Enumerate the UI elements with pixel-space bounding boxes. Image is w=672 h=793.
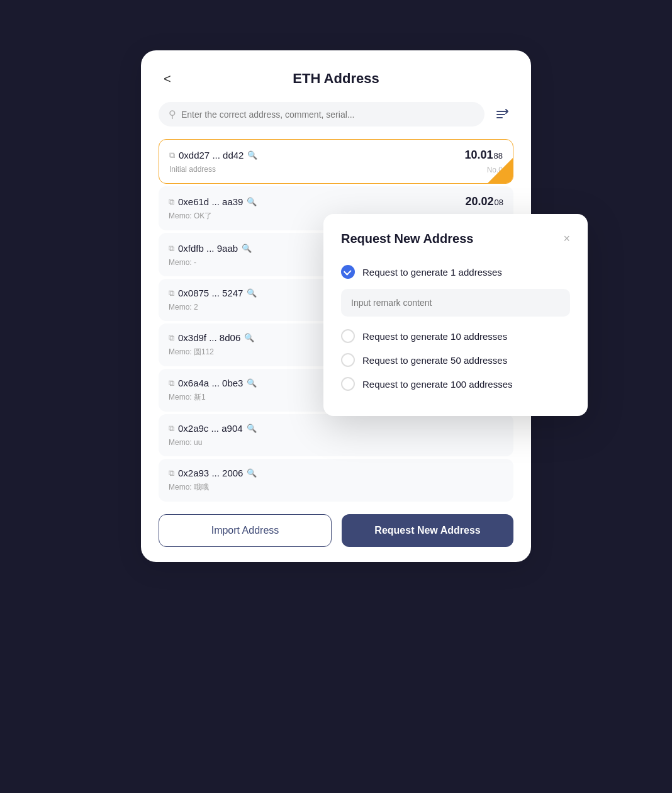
addr-left-4: ⧉ 0x3d9f ... 8d06 🔍 (169, 332, 254, 343)
memo-2: Memo: - (169, 258, 196, 267)
modal-overlay: Request New Address × Request to generat… (323, 214, 588, 416)
copy-icon-3[interactable]: ⧉ (169, 288, 174, 298)
search-addr-icon-6[interactable]: 🔍 (247, 424, 257, 433)
memo-3: Memo: 2 (169, 303, 198, 312)
modal-close-button[interactable]: × (563, 232, 570, 245)
address-item-0[interactable]: ⧉ 0xdd27 ... dd42 🔍 10.01 88 Initial add… (159, 139, 513, 184)
request-new-address-button[interactable]: Request New Address (342, 514, 513, 547)
search-addr-icon-5[interactable]: 🔍 (247, 378, 257, 388)
addr-left-7: ⧉ 0x2a93 ... 2006 🔍 (169, 468, 257, 478)
bottom-buttons: Import Address Request New Address (159, 514, 513, 547)
search-addr-icon-2[interactable]: 🔍 (242, 244, 252, 253)
addr-text-7: 0x2a93 ... 2006 (178, 468, 243, 478)
option-label-3: Request to generate 100 addresses (362, 379, 513, 390)
memo-6: Memo: uu (169, 438, 202, 447)
addr-text-4: 0x3d9f ... 8d06 (178, 332, 240, 343)
copy-icon-5[interactable]: ⧉ (169, 378, 174, 388)
search-icon: ⚲ (169, 108, 176, 120)
search-addr-icon-3[interactable]: 🔍 (247, 288, 257, 298)
search-addr-icon-4[interactable]: 🔍 (244, 333, 254, 342)
modal-option-2[interactable]: Request to generate 50 addresses (341, 348, 570, 372)
page-title: ETH Address (293, 70, 379, 87)
addr-left-1: ⧉ 0xe61d ... aa39 🔍 (169, 196, 257, 207)
modal-option-1[interactable]: Request to generate 10 addresses (341, 324, 570, 348)
modal-option-3[interactable]: Request to generate 100 addresses (341, 372, 570, 396)
balance-sub-1: 08 (495, 198, 503, 207)
copy-icon-0[interactable]: ⧉ (169, 150, 175, 160)
radio-2 (341, 353, 355, 367)
addr-text-5: 0x6a4a ... 0be3 (178, 378, 243, 388)
copy-icon-4[interactable]: ⧉ (169, 333, 174, 343)
modal-header: Request New Address × (341, 232, 570, 246)
memo-4: Memo: 圆112 (169, 347, 214, 356)
import-address-button[interactable]: Import Address (159, 514, 332, 547)
radio-3 (341, 377, 355, 391)
request-new-address-modal: Request New Address × Request to generat… (323, 214, 588, 416)
copy-icon-6[interactable]: ⧉ (169, 424, 174, 434)
addr-text-1: 0xe61d ... aa39 (178, 196, 243, 207)
memo-1: Memo: OK了 (169, 211, 212, 222)
addr-text-2: 0xfdfb ... 9aab (178, 243, 238, 254)
search-bar: ⚲ (159, 102, 513, 127)
addr-text-0: 0xdd27 ... dd42 (179, 150, 244, 160)
header: < ETH Address (159, 70, 513, 87)
memo-5: Memo: 新1 (169, 393, 206, 402)
balance-main-1: 20.02 (465, 195, 493, 208)
option-label-0: Request to generate 1 addresses (362, 267, 502, 278)
remark-input[interactable] (341, 289, 570, 317)
addr-text-6: 0x2a9c ... a904 (178, 423, 243, 434)
search-addr-icon-1[interactable]: 🔍 (247, 197, 257, 206)
addr-left-6: ⧉ 0x2a9c ... a904 🔍 (169, 423, 257, 434)
search-input-wrap: ⚲ (159, 102, 484, 127)
main-container: < ETH Address ⚲ (122, 50, 550, 743)
option-label-2: Request to generate 50 addresses (362, 355, 507, 366)
search-addr-icon-0[interactable]: 🔍 (247, 150, 257, 160)
copy-icon-2[interactable]: ⧉ (169, 244, 174, 254)
search-addr-icon-7[interactable]: 🔍 (247, 468, 257, 478)
memo-7: Memo: 哦哦 (169, 483, 209, 492)
active-corner (488, 158, 513, 183)
radio-0 (341, 265, 355, 279)
filter-icon (495, 107, 510, 122)
modal-title: Request New Address (341, 232, 473, 246)
addr-text-3: 0x0875 ... 5247 (178, 288, 243, 298)
balance-1: 20.02 08 (465, 195, 503, 208)
address-item-7[interactable]: ⧉ 0x2a93 ... 2006 🔍 Memo: 哦哦 (159, 459, 513, 502)
copy-icon-7[interactable]: ⧉ (169, 468, 174, 478)
filter-button[interactable] (491, 103, 513, 126)
modal-option-0[interactable]: Request to generate 1 addresses (341, 260, 570, 284)
memo-0: Initial address (169, 165, 216, 174)
radio-1 (341, 329, 355, 343)
search-input[interactable] (181, 110, 474, 120)
addr-left-0: ⧉ 0xdd27 ... dd42 🔍 (169, 150, 257, 160)
address-item-6[interactable]: ⧉ 0x2a9c ... a904 🔍 Memo: uu (159, 414, 513, 456)
option-label-1: Request to generate 10 addresses (362, 331, 507, 342)
copy-icon-1[interactable]: ⧉ (169, 197, 174, 207)
addr-left-2: ⧉ 0xfdfb ... 9aab 🔍 (169, 243, 252, 254)
back-button[interactable]: < (159, 69, 176, 89)
addr-left-5: ⧉ 0x6a4a ... 0be3 🔍 (169, 378, 257, 388)
addr-left-3: ⧉ 0x0875 ... 5247 🔍 (169, 288, 257, 298)
